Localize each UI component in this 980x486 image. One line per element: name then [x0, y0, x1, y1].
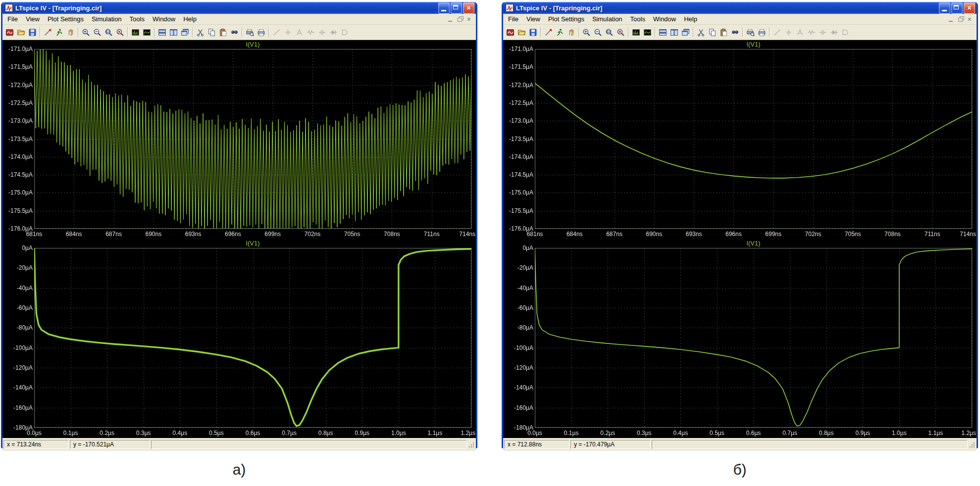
- mdi-close-button[interactable]: ×: [465, 16, 473, 23]
- resize-grip[interactable]: [969, 440, 976, 448]
- titlebar[interactable]: LTspice IV - [Trapringing.cir] ×: [503, 2, 977, 14]
- zoom-out-button[interactable]: [92, 27, 103, 38]
- print-button[interactable]: [256, 27, 267, 38]
- component-button[interactable]: [840, 27, 851, 38]
- capacitor-button[interactable]: [817, 27, 828, 38]
- copy-button[interactable]: [707, 27, 718, 38]
- menu-window[interactable]: Window: [149, 15, 179, 23]
- run-button[interactable]: [554, 27, 566, 38]
- probe-button[interactable]: [543, 27, 554, 38]
- zoom-previous-button[interactable]: [615, 27, 626, 38]
- menu-help[interactable]: Help: [680, 15, 701, 23]
- resize-grip[interactable]: [468, 440, 475, 448]
- component-button[interactable]: [339, 27, 351, 38]
- print-preview-icon: [746, 28, 755, 37]
- maximize-button[interactable]: [451, 2, 462, 14]
- menu-file[interactable]: File: [504, 15, 522, 23]
- tile-vertical-button[interactable]: [168, 27, 179, 38]
- minimize-button[interactable]: [939, 2, 950, 14]
- new-schematic-button[interactable]: [505, 27, 516, 38]
- print-button[interactable]: [756, 27, 768, 38]
- maximize-button[interactable]: [951, 2, 963, 14]
- open-button[interactable]: [516, 27, 527, 38]
- zoom-full-extents-button[interactable]: [103, 27, 114, 38]
- halt-button[interactable]: [65, 27, 76, 38]
- find-button[interactable]: [729, 27, 741, 38]
- minimize-icon: [441, 10, 446, 11]
- open-button[interactable]: [15, 27, 27, 38]
- tile-horizontal-button[interactable]: [156, 27, 168, 38]
- net-label-icon: [796, 28, 804, 37]
- ground-button[interactable]: [783, 27, 794, 38]
- zoom-previous-button[interactable]: [114, 27, 126, 38]
- save-button[interactable]: [27, 27, 38, 38]
- status-y-cell: y = -170.479µA: [570, 440, 651, 449]
- net-label-button[interactable]: [794, 27, 806, 38]
- new-schematic-button[interactable]: [4, 27, 15, 38]
- diode-button[interactable]: [828, 27, 840, 38]
- find-button[interactable]: [229, 27, 240, 38]
- ground-icon: [284, 28, 292, 37]
- tile-horizontal-button[interactable]: [657, 27, 669, 38]
- menu-view[interactable]: View: [22, 15, 44, 23]
- waveform-plot-bottom[interactable]: [2, 239, 476, 438]
- draw-wire-button[interactable]: [772, 27, 783, 38]
- waveform-plot-top[interactable]: [503, 40, 977, 239]
- mdi-close-button[interactable]: ×: [966, 16, 974, 23]
- probe-button[interactable]: [42, 27, 53, 38]
- run-button[interactable]: [53, 27, 65, 38]
- zoom-in-icon: [582, 28, 591, 37]
- cut-button[interactable]: [695, 27, 707, 38]
- menu-file[interactable]: File: [3, 15, 22, 23]
- menu-view[interactable]: View: [522, 15, 544, 23]
- halt-icon: [567, 28, 575, 37]
- plot-settings-view-button[interactable]: [141, 27, 153, 38]
- mdi-controls: ×: [947, 16, 974, 23]
- fft-view-button[interactable]: [130, 27, 141, 38]
- save-button[interactable]: [527, 27, 539, 38]
- ground-button[interactable]: [282, 27, 294, 38]
- tile-vertical-button[interactable]: [669, 27, 680, 38]
- print-preview-button[interactable]: [244, 27, 256, 38]
- paste-button[interactable]: [718, 27, 729, 38]
- halt-button[interactable]: [566, 27, 577, 38]
- menu-simulation[interactable]: Simulation: [88, 15, 126, 23]
- copy-button[interactable]: [206, 27, 217, 38]
- fft-view-button[interactable]: [630, 27, 642, 38]
- cascade-windows-button[interactable]: [680, 27, 691, 38]
- menu-simulation[interactable]: Simulation: [588, 15, 626, 23]
- diode-button[interactable]: [328, 27, 339, 38]
- mdi-minimize-button[interactable]: [447, 16, 455, 23]
- run-icon: [55, 28, 63, 37]
- waveform-plot-top[interactable]: [2, 40, 476, 239]
- minimize-button[interactable]: [438, 2, 450, 14]
- mdi-restore-button[interactable]: [957, 16, 965, 23]
- print-icon: [257, 28, 265, 37]
- menu-tools[interactable]: Tools: [126, 15, 149, 23]
- zoom-in-button[interactable]: [581, 27, 592, 38]
- net-label-button[interactable]: [294, 27, 305, 38]
- menu-window[interactable]: Window: [649, 15, 680, 23]
- capacitor-button[interactable]: [316, 27, 328, 38]
- mdi-minimize-button[interactable]: [947, 16, 955, 23]
- draw-wire-button[interactable]: [271, 27, 282, 38]
- mdi-restore-button[interactable]: [456, 16, 464, 23]
- menu-plot-settings[interactable]: Plot Settings: [544, 15, 588, 23]
- menu-help[interactable]: Help: [179, 15, 201, 23]
- close-button[interactable]: ×: [463, 2, 474, 14]
- waveform-plot-bottom[interactable]: [503, 239, 977, 438]
- menu-plot-settings[interactable]: Plot Settings: [44, 15, 88, 23]
- menu-tools[interactable]: Tools: [626, 15, 649, 23]
- cut-button[interactable]: [195, 27, 206, 38]
- zoom-out-button[interactable]: [592, 27, 604, 38]
- titlebar[interactable]: LTspice IV - [Trapringing.cir] ×: [2, 2, 476, 14]
- plot-settings-view-button[interactable]: [642, 27, 653, 38]
- zoom-full-extents-button[interactable]: [604, 27, 615, 38]
- paste-button[interactable]: [217, 27, 229, 38]
- resistor-button[interactable]: [305, 27, 316, 38]
- close-button[interactable]: ×: [964, 2, 975, 14]
- zoom-in-button[interactable]: [80, 27, 92, 38]
- print-preview-button[interactable]: [745, 27, 756, 38]
- cascade-windows-button[interactable]: [179, 27, 191, 38]
- resistor-button[interactable]: [806, 27, 817, 38]
